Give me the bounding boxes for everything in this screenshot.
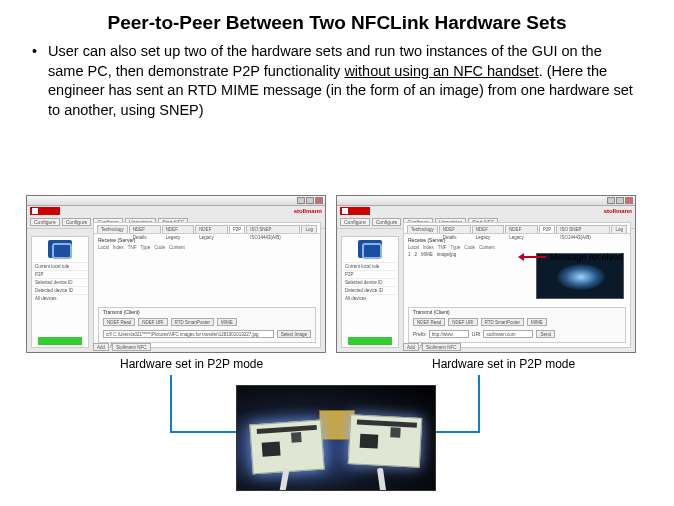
stollmann-logo: stollmann (604, 208, 632, 214)
tab-technology[interactable]: Technology (97, 225, 128, 233)
close-icon[interactable] (625, 197, 633, 204)
maximize-icon[interactable] (306, 197, 314, 204)
minimize-icon[interactable] (607, 197, 615, 204)
caption-right: Hardware set in P2P mode (432, 357, 575, 371)
side-panel: Current local role P2P Selected device I… (31, 236, 89, 348)
message-received-callout: Message received (520, 252, 623, 262)
galaxy-image-icon (557, 264, 605, 290)
col-code: Code (154, 245, 165, 250)
connector-line (478, 375, 480, 433)
brand-row: stollmann (27, 206, 325, 216)
rtd-smartposter-button[interactable]: RTD SmartPoster (481, 318, 524, 326)
connector-line (170, 375, 172, 433)
select-image-button[interactable]: Select Image (277, 330, 311, 338)
titlebar (27, 196, 325, 206)
cell-mime: MIME (421, 252, 433, 257)
col-tnf: TNF (438, 245, 447, 250)
rtd-smartposter-button[interactable]: RTD SmartPoster (171, 318, 214, 326)
send-button[interactable]: Send (536, 330, 555, 338)
tab-log[interactable]: Log (301, 225, 317, 233)
stollmann-nfc-button[interactable]: Stollmann NFC (112, 343, 151, 351)
tab-log[interactable]: Log (611, 225, 627, 233)
ndef-uri-button[interactable]: NDEF URI (448, 318, 477, 326)
col-code: Code (464, 245, 475, 250)
side-label: P2P (342, 270, 398, 278)
status-indicator (38, 337, 82, 345)
tab-strip: Technology NDEF Details NDEF Legacy NDEF… (94, 223, 320, 234)
bullet-dot: • (32, 42, 44, 62)
col-local: Local (408, 245, 419, 250)
col-type: Type (141, 245, 151, 250)
add-button[interactable]: Add (403, 343, 419, 351)
hardware-photo (236, 385, 436, 491)
transmit-label: Transmit (Client) (99, 308, 315, 316)
config-button[interactable]: Configure (340, 218, 370, 226)
config-button[interactable]: Configure (30, 218, 60, 226)
config-button[interactable]: Configure (62, 218, 92, 226)
col-index: Index (423, 245, 434, 250)
tab-ndef-legacy2[interactable]: NDEF Legacy (505, 225, 538, 233)
config-button[interactable]: Configure (372, 218, 402, 226)
tab-p2p[interactable]: P2P (539, 225, 556, 233)
side-label: Selected device ID (342, 278, 398, 286)
close-icon[interactable] (315, 197, 323, 204)
arrow-left-icon (520, 256, 546, 258)
window-buttons (297, 197, 323, 204)
nfc-badge-icon (48, 240, 72, 258)
tab-technology[interactable]: Technology (407, 225, 438, 233)
nfc-board-left-icon (249, 420, 324, 475)
col-tnf: TNF (128, 245, 137, 250)
tab-strip: Technology NDEF Details NDEF Legacy NDEF… (404, 223, 630, 234)
brand-row: stollmann (337, 206, 635, 216)
slide-title: Peer-to-Peer Between Two NFCLink Hardwar… (0, 0, 674, 42)
tab-ndef-legacy2[interactable]: NDEF Legacy (195, 225, 228, 233)
tab-iso[interactable]: ISO SNEP ISO14443(A/B) (556, 225, 610, 233)
stollmann-logo: stollmann (294, 208, 322, 214)
side-label: Current local role (342, 262, 398, 270)
cell-index: 1 (408, 252, 411, 257)
add-button[interactable]: Add (93, 343, 109, 351)
maximize-icon[interactable] (616, 197, 624, 204)
uri-label: URI (472, 331, 481, 337)
status-indicator (348, 337, 392, 345)
usb-cable-icon (377, 468, 387, 491)
tab-ndef-details[interactable]: NDEF Details (129, 225, 161, 233)
client-button-row: NDEF Read NDEF URI RTD SmartPoster MIME (99, 316, 315, 328)
image-path-field[interactable]: c/f/ C:\Users\a021*****\Pictures\NFC ima… (103, 330, 274, 338)
transmit-client-box: Transmit (Client) NDEF Read NDEF URI RTD… (408, 307, 626, 343)
minimize-icon[interactable] (297, 197, 305, 204)
bullet-paragraph: • User can also set up two of the hardwa… (0, 42, 674, 120)
tab-ndef-legacy[interactable]: NDEF Legacy (472, 225, 505, 233)
col-content: Content (169, 245, 185, 250)
message-received-label: Message received (550, 252, 623, 262)
tab-iso[interactable]: ISO SNEP ISO14443(A/B) (246, 225, 300, 233)
side-label: Current local role (32, 262, 88, 270)
stollmann-nfc-button[interactable]: Stollmann NFC (422, 343, 461, 351)
side-label: All devices (32, 294, 88, 302)
col-type: Type (451, 245, 461, 250)
tab-p2p[interactable]: P2P (229, 225, 246, 233)
side-label: Selected device ID (32, 278, 88, 286)
nfc-badge-icon (358, 240, 382, 258)
ndef-read-button[interactable]: NDEF Read (413, 318, 445, 326)
prefix-field[interactable]: http://www. (429, 330, 469, 338)
side-label: P2P (32, 270, 88, 278)
tab-ndef-details[interactable]: NDEF Details (439, 225, 471, 233)
mime-button[interactable]: MIME (527, 318, 547, 326)
side-label: Detected device ID (32, 286, 88, 294)
tab-ndef-legacy[interactable]: NDEF Legacy (162, 225, 195, 233)
uri-field[interactable]: stollmann.com (483, 330, 533, 338)
prefix-label: Prefix (413, 331, 426, 337)
window-buttons (607, 197, 633, 204)
bullet-underlined: without using an NFC handset (344, 63, 538, 79)
ndef-read-button[interactable]: NDEF Read (103, 318, 135, 326)
bottom-button-row: Add Stollmann NFC (93, 343, 151, 351)
transmit-client-box: Transmit (Client) NDEF Read NDEF URI RTD… (98, 307, 316, 343)
app-window-left: stollmann Configure Configure Configure … (26, 195, 326, 353)
receive-headers: Local Index TNF Type Code Content (94, 244, 320, 251)
col-local: Local (98, 245, 109, 250)
uri-row: Prefix http://www. URI stollmann.com Sen… (409, 328, 625, 340)
ndef-uri-button[interactable]: NDEF URI (138, 318, 167, 326)
side-label: Detected device ID (342, 286, 398, 294)
mime-button[interactable]: MIME (217, 318, 237, 326)
